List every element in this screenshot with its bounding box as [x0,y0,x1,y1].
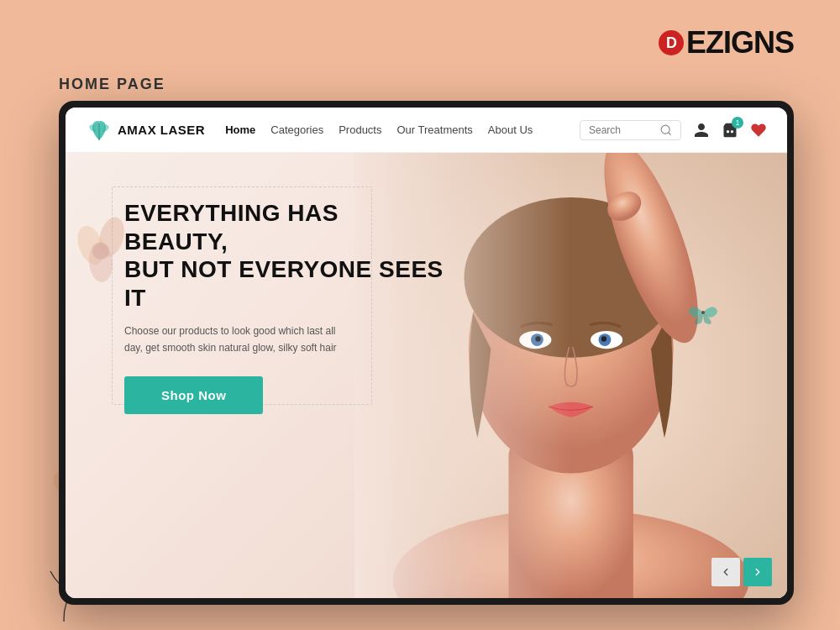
nav-icons: 1 [693,122,767,139]
browser-inner: AMAX LASER Home Categories Products Our … [66,108,787,598]
arrow-left-icon [720,566,732,578]
hero-subtitle: Choose our products to look good which l… [124,323,343,355]
svg-point-12 [531,333,543,346]
hero-section: EVERYTHING HAS BEAUTY, BUT NOT EVERYONE … [66,153,787,598]
logo-area: AMAX LASER [86,117,205,144]
hero-content: EVERYTHING HAS BEAUTY, BUT NOT EVERYONE … [124,199,444,414]
page-label: HOME PAGE [59,76,165,93]
nav-link-categories[interactable]: Categories [270,123,323,136]
logo-icon [86,117,113,144]
arrow-right-icon [752,566,764,578]
cart-badge: 1 [732,117,743,129]
dezigns-logo: DEZIGNS [659,25,794,60]
nav-link-home[interactable]: Home [225,123,255,136]
svg-point-22 [92,243,109,260]
cart-icon-button[interactable]: 1 [722,122,738,139]
svg-point-23 [701,311,705,314]
prev-arrow-button[interactable] [711,558,740,586]
dezigns-text: EZIGNS [686,25,794,60]
hero-title: EVERYTHING HAS BEAUTY, BUT NOT EVERYONE … [124,199,444,312]
nav-link-about[interactable]: About Us [488,123,533,136]
nav-arrows [711,558,772,586]
svg-point-11 [519,331,551,349]
nav-link-treatments[interactable]: Our Treatments [396,123,472,136]
user-icon [693,122,710,139]
search-icon [660,124,672,136]
search-bar[interactable] [580,120,681,140]
butterfly-decoration [686,296,720,329]
nav-links: Home Categories Products Our Treatments … [225,123,580,136]
user-icon-button[interactable] [693,122,710,139]
hero-flower-left [66,203,133,338]
nav-link-products[interactable]: Products [339,123,381,136]
wishlist-icon-button[interactable] [750,122,767,139]
browser-frame: AMAX LASER Home Categories Products Our … [59,101,794,605]
svg-point-13 [535,336,540,341]
navbar: AMAX LASER Home Categories Products Our … [66,108,787,153]
hero-title-line2: BUT NOT EVERYONE SEES IT [124,256,444,311]
navbar-logo-text: AMAX LASER [118,123,205,137]
svg-point-16 [601,336,606,341]
search-input[interactable] [589,124,656,136]
dezigns-d-icon: D [659,30,684,55]
next-arrow-button[interactable] [743,558,772,586]
shop-now-button[interactable]: Shop Now [124,376,263,414]
hero-title-line1: EVERYTHING HAS BEAUTY, [124,200,339,255]
heart-icon [750,122,767,139]
